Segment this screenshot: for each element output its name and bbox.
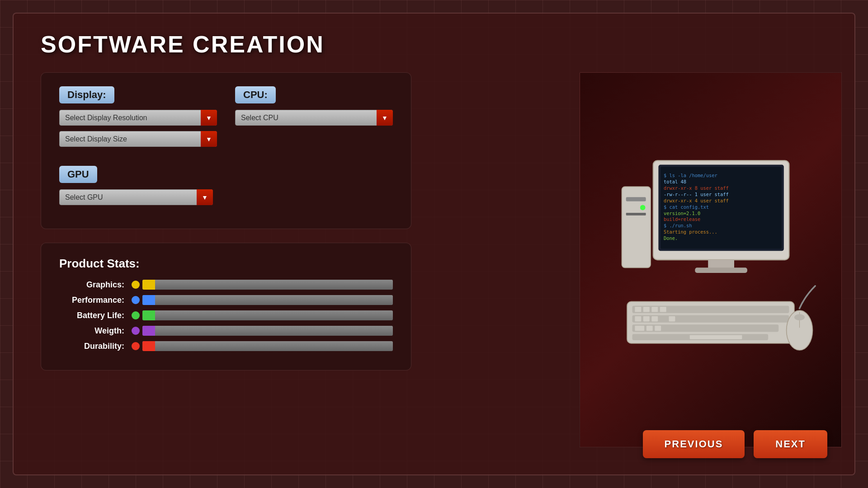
- svg-rect-9: [626, 213, 646, 216]
- stat-row-durability: Durability:: [59, 341, 393, 351]
- svg-rect-23: [635, 326, 644, 331]
- next-button[interactable]: NEXT: [754, 430, 827, 458]
- gpu-dropdown[interactable]: Select GPU NVIDIA GTX 1060 NVIDIA RTX 30…: [59, 189, 213, 205]
- svg-rect-25: [655, 326, 661, 331]
- stat-dot-performance: [132, 296, 140, 304]
- page-title: SOFTWARE CREATION: [41, 31, 325, 58]
- svg-rect-7: [626, 197, 646, 201]
- size-dropdown-wrapper: Select Display Size 13 inch 15 inch 17 i…: [59, 131, 217, 147]
- stats-panel: Product Stats: Graphics: Performance: Ba…: [41, 243, 411, 371]
- stat-fill-performance: [142, 295, 155, 305]
- stat-label-durability: Durability:: [59, 342, 132, 351]
- stat-fill-durability: [142, 341, 155, 351]
- svg-rect-5: [695, 267, 747, 273]
- svg-rect-20: [643, 316, 650, 322]
- stat-label-battery: Battery Life:: [59, 311, 132, 320]
- svg-point-8: [640, 205, 646, 211]
- stat-fill-graphics: [142, 280, 155, 290]
- cpu-dropdown-wrapper: Select CPU Intel Core i5 Intel Core i7 A…: [235, 110, 393, 126]
- stat-dot-weight: [132, 327, 140, 335]
- stat-bar-performance: [142, 295, 393, 305]
- stat-dot-graphics: [132, 281, 140, 289]
- svg-rect-26: [690, 335, 742, 339]
- stat-bar-weight: [142, 326, 393, 336]
- stat-row-performance: Performance:: [59, 295, 393, 305]
- stat-label-graphics: Graphics:: [59, 280, 132, 290]
- svg-rect-24: [646, 326, 653, 331]
- display-column: Display: Select Display Resolution 1920x…: [59, 86, 217, 152]
- stat-bar-battery: [142, 310, 393, 320]
- svg-rect-13: [632, 324, 779, 332]
- two-col-layout: Display: Select Display Resolution 1920x…: [59, 86, 393, 152]
- cpu-label: CPU:: [235, 86, 276, 103]
- resolution-dropdown-wrapper: Select Display Resolution 868x488 2560…: [59, 110, 217, 126]
- stat-fill-battery: [142, 310, 155, 320]
- stat-row-weight: Weigth:: [59, 326, 393, 336]
- cpu-column: CPU: Select CPU Intel Core i5 Intel Core…: [235, 86, 393, 152]
- stats-title: Product Stats:: [59, 257, 393, 271]
- gpu-label: GPU: [59, 166, 97, 183]
- main-panel: SOFTWARE CREATION Display: Select Displa…: [13, 13, 855, 475]
- previous-button[interactable]: PREVIOUS: [643, 430, 745, 458]
- svg-rect-15: [635, 307, 641, 312]
- left-content: Display: Select Display Resolution 1920x…: [41, 72, 411, 447]
- computer-svg: $ ls -la /home/user total 48 drwxr-xr-x …: [580, 73, 841, 447]
- stat-bar-graphics: [142, 280, 393, 290]
- stat-fill-weight: [142, 326, 155, 336]
- cpu-dropdown[interactable]: Select CPU Intel Core i5 Intel Core i7 A…: [235, 110, 393, 126]
- nav-buttons: PREVIOUS NEXT: [643, 430, 827, 458]
- svg-rect-16: [643, 307, 650, 312]
- stat-row-battery: Battery Life:: [59, 310, 393, 320]
- resolution-dropdown[interactable]: Select Display Resolution 868x488 2560…: [59, 110, 217, 126]
- svg-rect-21: [651, 316, 658, 322]
- svg-rect-19: [635, 316, 641, 322]
- stat-row-graphics: Graphics:: [59, 280, 393, 290]
- gpu-dropdown-wrapper: Select GPU NVIDIA GTX 1060 NVIDIA RTX 30…: [59, 189, 213, 205]
- stat-label-performance: Performance:: [59, 296, 132, 305]
- svg-point-29: [794, 314, 805, 320]
- config-panel: Display: Select Display Resolution 1920x…: [41, 72, 411, 229]
- svg-rect-18: [660, 307, 666, 312]
- stat-dot-battery: [132, 311, 140, 319]
- stat-label-weight: Weigth:: [59, 326, 132, 336]
- svg-rect-17: [651, 307, 658, 312]
- stat-dot-durability: [132, 342, 140, 350]
- computer-illustration-panel: $ ls -la /home/user total 48 drwxr-xr-x …: [580, 72, 842, 447]
- size-dropdown[interactable]: Select Display Size 13 inch 15 inch 17 i…: [59, 131, 217, 147]
- display-label: Display:: [59, 86, 114, 103]
- gpu-section: GPU Select GPU NVIDIA GTX 1060 NVIDIA RT…: [59, 166, 393, 205]
- stat-bar-durability: [142, 341, 393, 351]
- svg-rect-22: [669, 316, 675, 322]
